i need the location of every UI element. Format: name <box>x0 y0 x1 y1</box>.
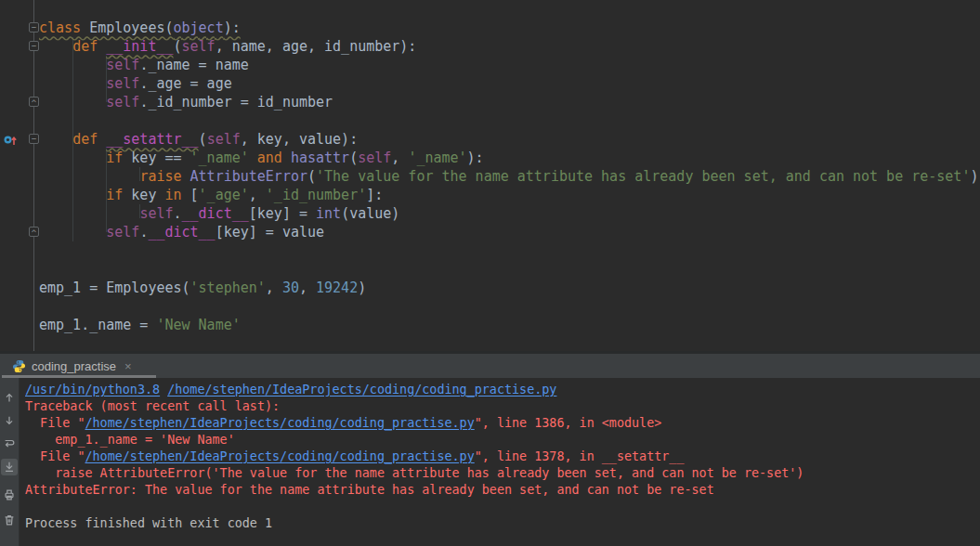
code-token <box>39 94 106 110</box>
code-token: self <box>358 150 391 166</box>
code-line: self.__dict__[key] = value <box>39 223 978 241</box>
console-file-link[interactable]: /home/stephen/IdeaProjects/coding/coding… <box>85 416 475 430</box>
code-line: class Employees(object): <box>39 19 978 37</box>
code-editor[interactable]: −−^−^ class Employees(object): def __ini… <box>0 0 980 351</box>
code-token: ( <box>199 131 207 148</box>
code-token <box>39 57 106 73</box>
code-token <box>39 168 139 185</box>
code-token: ]: <box>366 187 383 203</box>
code-token: [ <box>182 187 199 203</box>
code-token: object <box>174 20 224 36</box>
code-token: __dict__ <box>148 224 215 240</box>
code-token: Employees( <box>89 20 173 36</box>
code-token <box>39 131 72 148</box>
code-token: key <box>123 187 164 203</box>
code-token: , <box>249 187 266 203</box>
code-token: self <box>106 57 139 73</box>
code-token: ) <box>970 168 978 185</box>
code-line <box>25 499 980 515</box>
code-token: emp_1._name = 'New Name' <box>25 433 235 447</box>
code-token: 'stephen' <box>190 280 266 296</box>
code-line: File "/home/stephen/IdeaProjects/coding/… <box>25 415 980 432</box>
code-token: 'The value for the name attribute has al… <box>316 168 970 185</box>
code-token <box>98 38 106 55</box>
run-console-output[interactable]: /usr/bin/python3.8 /home/stephen/IdeaPro… <box>20 378 980 546</box>
code-line: AttributeError: The value for the name a… <box>25 482 980 499</box>
code-token: AttributeError: The value for the name a… <box>25 483 714 497</box>
code-token <box>39 38 72 55</box>
code-token: int <box>316 205 341 222</box>
code-token: 'New Name' <box>156 317 240 333</box>
fold-end-marker[interactable]: ^ <box>29 97 39 107</box>
code-line <box>39 111 978 130</box>
tab-label: coding_practise <box>32 359 116 373</box>
code-token: __setattr__ <box>106 131 198 148</box>
code-line <box>39 260 978 279</box>
code-token: self <box>207 131 241 148</box>
console-file-link[interactable]: /usr/bin/python3.8 <box>25 383 160 396</box>
code-token: __dict__ <box>182 205 249 222</box>
code-token: ) <box>358 280 366 296</box>
code-token <box>39 205 139 222</box>
print-icon[interactable] <box>1 487 18 503</box>
overrides-method-gutter-icon[interactable] <box>3 132 18 150</box>
code-token: self <box>106 75 139 92</box>
code-line <box>39 297 978 316</box>
code-line: self._id_number = id_number <box>39 93 978 111</box>
tab-coding-practise[interactable]: coding_practise × <box>0 354 141 378</box>
code-token <box>182 168 190 185</box>
fold-collapse-marker[interactable]: − <box>29 41 39 51</box>
code-token: key == <box>123 150 189 166</box>
code-token: 19242 <box>316 280 358 296</box>
code-token: __init__ <box>106 38 173 55</box>
code-token: Traceback (most recent call last): <box>25 399 280 413</box>
tab-close-icon[interactable]: × <box>124 360 132 372</box>
code-line: Process finished with exit code 1 <box>25 515 980 532</box>
code-token: class <box>39 20 81 36</box>
console-file-link[interactable]: /home/stephen/IdeaProjects/coding/coding… <box>85 449 475 463</box>
code-area: class Employees(object): def __init__(se… <box>0 0 978 334</box>
code-token: . <box>174 205 182 222</box>
code-token <box>39 187 106 203</box>
code-token: 30 <box>282 280 299 296</box>
code-line: def __setattr__(self, key, value): <box>39 130 978 149</box>
code-token: ._name = name <box>139 57 248 73</box>
code-token: if <box>106 187 123 203</box>
python-logo-icon <box>12 359 26 373</box>
run-tool-window-tab-bar: coding_practise × <box>0 354 980 378</box>
code-token <box>39 75 106 92</box>
code-token: ( <box>307 168 316 185</box>
clear-all-icon[interactable] <box>1 512 18 528</box>
code-token: ): <box>467 150 484 166</box>
code-token: raise AttributeError('The value for the … <box>25 466 804 480</box>
scroll-to-end-icon[interactable] <box>1 459 18 475</box>
code-line: /usr/bin/python3.8 /home/stephen/IdeaPro… <box>25 382 980 398</box>
code-token: ._age = age <box>139 75 231 92</box>
console-file-link[interactable]: /home/stephen/IdeaProjects/coding/coding… <box>167 383 556 396</box>
code-token: ( <box>349 150 358 166</box>
code-token <box>160 383 167 396</box>
code-line: if key == '_name' and hasattr(self, '_na… <box>39 149 978 167</box>
code-token: hasattr <box>291 150 349 166</box>
code-token: self <box>139 205 173 222</box>
code-token: ._id_number = id_number <box>139 94 333 110</box>
fold-collapse-marker[interactable]: − <box>29 134 39 144</box>
code-line: self._name = name <box>39 56 978 74</box>
code-token <box>98 131 106 148</box>
code-line: emp_1._name = 'New Name' <box>39 316 978 334</box>
up-the-stack-trace-icon[interactable] <box>1 389 18 406</box>
soft-wrap-icon[interactable] <box>1 436 18 452</box>
down-the-stack-trace-icon[interactable] <box>1 412 18 429</box>
code-token: ( <box>174 38 182 55</box>
code-line: File "/home/stephen/IdeaProjects/coding/… <box>25 448 980 465</box>
fold-end-marker[interactable]: ^ <box>29 227 39 237</box>
code-token: (value) <box>341 205 399 222</box>
code-token <box>282 150 291 166</box>
code-token: Process finished with exit code 1 <box>25 516 272 530</box>
code-token: and <box>257 150 282 166</box>
code-line: self._age = age <box>39 74 978 93</box>
code-token: if <box>106 150 123 166</box>
fold-collapse-marker[interactable]: − <box>29 22 39 32</box>
code-token: File " <box>25 416 85 430</box>
code-line: raise AttributeError('The value for the … <box>25 465 980 482</box>
